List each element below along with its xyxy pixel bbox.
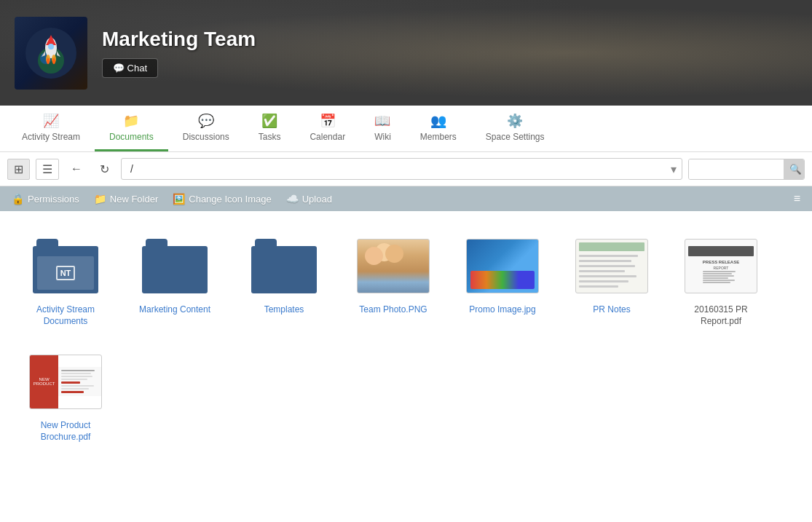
folder-icon: NT (33, 239, 98, 293)
list-item[interactable]: PR Notes (561, 226, 663, 334)
file-name: PR Notes (593, 304, 630, 316)
brochure-thumb-wrapper: NEWPRODUCT (29, 349, 102, 414)
tab-activity-stream-label: Activity Stream (22, 132, 80, 142)
documents-icon: 📁 (123, 113, 139, 129)
image-thumb-wrapper (466, 233, 539, 298)
members-icon: 👥 (430, 113, 446, 129)
folder-icon-wrapper (248, 233, 320, 298)
chat-button[interactable]: 💬 Chat (102, 58, 158, 78)
doc-thumb-wrapper (575, 233, 648, 298)
file-name: Marketing Content (139, 304, 210, 316)
file-name: 20160315 PR Report.pdf (677, 304, 765, 327)
list-item[interactable]: PRESS RELEASE REPORT 20160315 PR Report.… (670, 226, 772, 334)
list-item[interactable]: Promo Image.jpg (452, 226, 553, 334)
tab-documents[interactable]: 📁 Documents (95, 106, 168, 151)
tab-calendar-label: Calendar (310, 132, 345, 142)
space-logo (15, 17, 87, 90)
action-bar: 🔒 Permissions 📁 New Folder 🖼️ Change Ico… (0, 186, 812, 211)
calendar-icon: 📅 (320, 113, 336, 129)
tab-space-settings[interactable]: ⚙️ Space Settings (471, 106, 559, 151)
wiki-icon: 📖 (374, 113, 390, 129)
discussions-icon: 💬 (198, 113, 214, 129)
brochure-thumbnail: NEWPRODUCT (29, 355, 102, 409)
upload-icon: ☁️ (286, 193, 299, 205)
file-name: Templates (264, 304, 304, 316)
folder-body: NT (33, 246, 98, 293)
permissions-label: Permissions (28, 194, 79, 205)
path-select-input[interactable]: / (121, 158, 682, 180)
tab-space-settings-label: Space Settings (486, 132, 545, 142)
list-view-button[interactable]: ☰ (36, 159, 59, 180)
folder-icon-wrapper (138, 233, 211, 298)
nav-tabs: 📈 Activity Stream 📁 Documents 💬 Discussi… (0, 106, 812, 152)
pr-report-thumbnail: PRESS RELEASE REPORT (685, 239, 757, 293)
grid-view-button[interactable]: ⊞ (7, 159, 30, 180)
folder-body (251, 246, 317, 293)
path-selector: / ▾ (121, 158, 682, 180)
action-bar-menu-icon[interactable]: ≡ (794, 192, 800, 205)
permissions-icon: 🔒 (12, 193, 24, 205)
svg-point-7 (47, 58, 50, 64)
change-icon-label: Change Icon Image (189, 194, 271, 205)
tab-wiki-label: Wiki (374, 132, 391, 142)
list-item[interactable]: Team Photo.PNG (342, 226, 444, 334)
pdf-thumb-wrapper: PRESS RELEASE REPORT (685, 233, 757, 298)
list-item[interactable]: Marketing Content (124, 226, 226, 334)
back-button[interactable]: ← (65, 159, 88, 178)
search-button[interactable]: 🔍 (784, 159, 805, 179)
refresh-button[interactable]: ↻ (94, 159, 115, 179)
space-info: Marketing Team 💬 Chat (102, 28, 256, 78)
folder-body (142, 246, 208, 293)
new-folder-action[interactable]: 📁 New Folder (94, 193, 158, 205)
tab-activity-stream[interactable]: 📈 Activity Stream (7, 106, 95, 151)
tab-discussions-label: Discussions (183, 132, 229, 142)
toolbar: ⊞ ☰ ← ↻ / ▾ 🔍 (0, 152, 812, 186)
folder-nt-label: NT (56, 266, 76, 280)
list-item[interactable]: Templates (233, 226, 335, 334)
folder-icon-wrapper: NT (29, 233, 102, 298)
list-item[interactable]: NEWPRODUCT New Product Brochure.pdf (15, 341, 117, 450)
pr-notes-thumbnail (575, 239, 648, 293)
file-name: Activity Stream Documents (22, 304, 109, 327)
folder-icon (142, 239, 208, 293)
rocket-icon (25, 28, 76, 79)
space-title: Marketing Team (102, 28, 256, 51)
image-thumb-wrapper (357, 233, 430, 298)
tab-calendar[interactable]: 📅 Calendar (295, 106, 360, 151)
file-name: Promo Image.jpg (469, 304, 535, 316)
tab-documents-label: Documents (109, 132, 154, 142)
search-bar: 🔍 (688, 159, 805, 180)
team-photo-thumbnail (357, 239, 430, 293)
svg-point-11 (48, 44, 54, 50)
change-icon-icon: 🖼️ (173, 193, 185, 205)
tab-wiki[interactable]: 📖 Wiki (360, 106, 406, 151)
banner: Marketing Team 💬 Chat (0, 0, 812, 106)
new-folder-label: New Folder (110, 194, 158, 205)
tab-members-label: Members (420, 132, 457, 142)
tab-tasks-label: Tasks (259, 132, 281, 142)
activity-stream-icon: 📈 (43, 113, 59, 129)
permissions-action[interactable]: 🔒 Permissions (12, 193, 79, 205)
tab-discussions[interactable]: 💬 Discussions (168, 106, 244, 151)
space-settings-icon: ⚙️ (507, 113, 523, 129)
search-input[interactable] (689, 159, 784, 179)
file-grid: NT Activity Stream Documents Marketing C… (0, 211, 812, 464)
list-item[interactable]: NT Activity Stream Documents (15, 226, 117, 334)
svg-point-8 (52, 58, 55, 64)
promo-image-thumbnail (466, 239, 539, 293)
tasks-icon: ✅ (261, 113, 277, 129)
file-name: New Product Brochure.pdf (22, 420, 109, 443)
upload-action[interactable]: ☁️ Upload (286, 193, 332, 205)
folder-icon (251, 239, 317, 293)
new-folder-icon: 📁 (94, 193, 106, 205)
change-icon-action[interactable]: 🖼️ Change Icon Image (173, 193, 271, 205)
tab-tasks[interactable]: ✅ Tasks (244, 106, 296, 151)
file-name: Team Photo.PNG (359, 304, 427, 316)
tab-members[interactable]: 👥 Members (406, 106, 471, 151)
upload-label: Upload (302, 194, 332, 205)
folder-inner: NT (37, 256, 94, 290)
